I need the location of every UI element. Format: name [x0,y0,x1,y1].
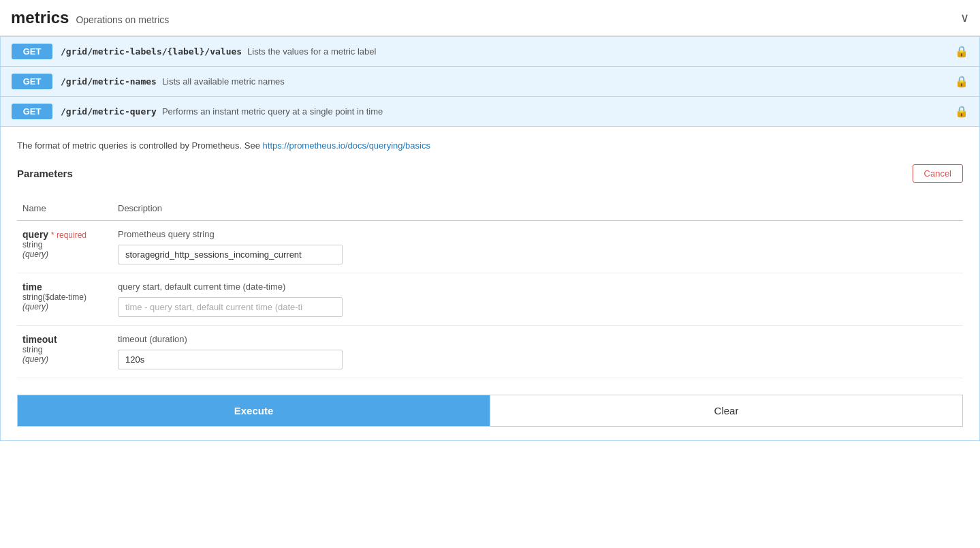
param-type-query: string [22,240,107,249]
time-input[interactable] [118,297,343,317]
param-type-time: string($date-time) [22,292,107,302]
page-subtitle: Operations on metrics [76,14,169,25]
prometheus-docs-link[interactable]: https://prometheus.io/docs/querying/basi… [263,140,430,151]
param-name-time: time [22,281,42,292]
prometheus-note: The format of metric queries is controll… [17,140,963,151]
param-desc-query: Prometheus query string [118,229,958,239]
chevron-down-icon[interactable]: ∨ [960,10,969,25]
param-desc-timeout: timeout (duration) [118,334,958,344]
param-required-query: * required [51,230,86,240]
prometheus-note-text: The format of metric queries is controll… [17,140,263,151]
endpoint-label-values-row[interactable]: GET /grid/metric-labels/{label}/values L… [0,36,980,67]
get-badge-1: GET [12,44,52,59]
param-name-cell-query: query * required string (query) [17,221,112,273]
parameters-table: Name Description query * required string… [17,199,963,378]
param-name-cell-timeout: timeout string (query) [17,326,112,378]
get-badge-2: GET [12,74,52,89]
expanded-panel: The format of metric queries is controll… [0,127,980,441]
endpoint-path-3: /grid/metric-query [61,106,157,117]
timeout-input[interactable] [118,350,343,369]
table-row: timeout string (query) timeout (duration… [17,326,963,378]
param-location-timeout: (query) [22,354,107,364]
param-desc-time: query start, default current time (date-… [118,281,958,292]
parameters-title: Parameters [17,168,73,179]
lock-icon-1: 🔒 [955,45,968,58]
param-location-time: (query) [22,302,107,311]
query-input[interactable] [118,245,343,264]
header-left: metrics Operations on metrics [11,8,169,27]
param-name-timeout: timeout [22,334,57,345]
page-title: metrics [11,8,69,27]
endpoint-metric-query-row[interactable]: GET /grid/metric-query Performs an insta… [0,97,980,127]
execute-button[interactable]: Execute [18,395,490,426]
table-row: time string($date-time) (query) query st… [17,273,963,326]
get-badge-3: GET [12,104,52,119]
endpoint-desc-1: Lists the values for a metric label [247,46,376,57]
bottom-actions: Execute Clear [17,395,963,427]
endpoint-metric-names-row[interactable]: GET /grid/metric-names Lists all availab… [0,67,980,97]
param-desc-cell-query: Prometheus query string [112,221,963,273]
page-header: metrics Operations on metrics ∨ [0,0,980,36]
endpoint-path-1: /grid/metric-labels/{label}/values [61,46,242,57]
param-name-query: query [22,229,48,240]
param-desc-cell-time: query start, default current time (date-… [112,273,963,326]
cancel-button[interactable]: Cancel [913,164,963,183]
parameters-header: Parameters Cancel [17,164,963,188]
endpoint-desc-3: Performs an instant metric query at a si… [162,106,383,117]
lock-icon-3: 🔒 [955,105,968,118]
clear-button[interactable]: Clear [490,395,962,426]
col-desc-header: Description [112,199,963,221]
param-name-cell-time: time string($date-time) (query) [17,273,112,326]
endpoint-desc-2: Lists all available metric names [162,76,285,87]
col-name-header: Name [17,199,112,221]
endpoint-path-2: /grid/metric-names [61,76,157,87]
lock-icon-2: 🔒 [955,75,968,88]
param-location-query: (query) [22,249,107,259]
param-type-timeout: string [22,345,107,354]
param-desc-cell-timeout: timeout (duration) [112,326,963,378]
table-row: query * required string (query) Promethe… [17,221,963,273]
